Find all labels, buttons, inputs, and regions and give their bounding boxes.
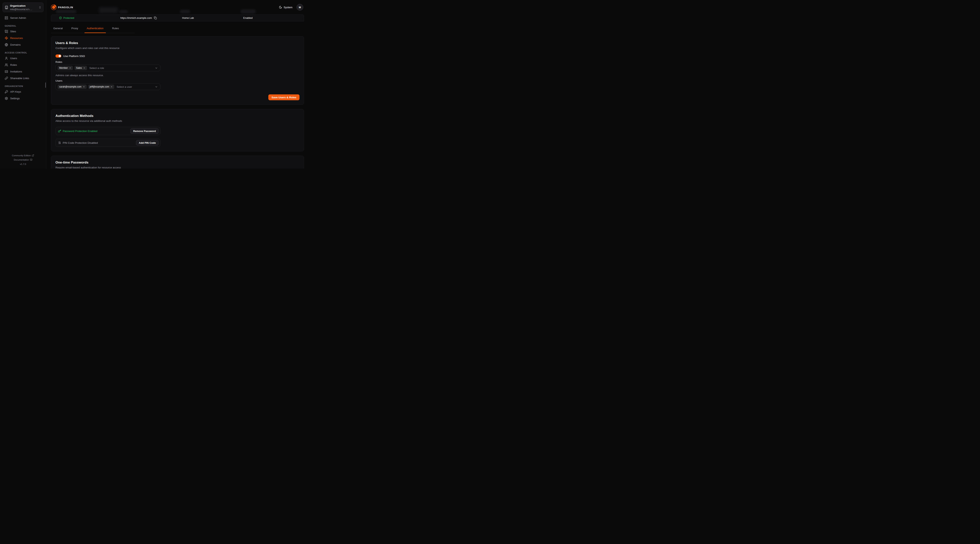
avatar-initial: M: [299, 6, 301, 9]
redacted-label: [119, 10, 128, 13]
resource-status: Protected: [59, 15, 74, 21]
sidebar-item-invitations[interactable]: Invitations: [5, 69, 41, 74]
theme-toggle[interactable]: System: [279, 6, 293, 9]
moon-icon: [279, 6, 282, 9]
tab-general[interactable]: General: [51, 27, 65, 33]
sidebar-item-api-keys[interactable]: API Keys: [5, 89, 41, 94]
remove-password-button[interactable]: Remove Password: [130, 128, 159, 134]
sidebar-item-resources[interactable]: Resources: [5, 36, 41, 40]
sso-toggle-knob: [59, 55, 61, 57]
auth-methods-card: Authentication Methods Allow access to t…: [51, 109, 304, 151]
avatar[interactable]: M: [296, 4, 303, 11]
sidebar-item-label: Settings: [10, 97, 20, 100]
resource-status-label: Protected: [63, 16, 74, 19]
users-icon: [5, 63, 8, 67]
admins-note: Admins can always access this resource.: [56, 74, 299, 77]
sidebar-scrollbar-thumb[interactable]: [45, 82, 46, 88]
version-label: v1.7.0: [0, 162, 46, 166]
tab-rules[interactable]: Rules: [110, 27, 121, 33]
key-icon: [58, 129, 61, 133]
resource-enabled-label: Enabled: [243, 16, 253, 19]
redacted-resource-title: [99, 7, 118, 13]
remove-chip-icon[interactable]: [83, 86, 85, 88]
chevrons-up-down-icon: [38, 6, 41, 9]
otp-card: One-time Passwords Require email-based a…: [51, 156, 304, 169]
remove-chip-icon[interactable]: [83, 67, 86, 69]
globe-icon: [5, 43, 8, 46]
sso-toggle-label: Use Platform SSO: [63, 55, 85, 57]
chevron-down-icon: [155, 86, 158, 88]
resource-header-strip: Protected https://immich.example.com Hom…: [51, 14, 304, 21]
role-chip-label: Member: [59, 67, 68, 69]
sidebar-nav: Server AdminGENERALSitesResourcesDomains…: [0, 16, 46, 100]
ticket-check-icon: [5, 70, 8, 73]
copy-icon[interactable]: [154, 16, 157, 19]
tab-authentication[interactable]: Authentication: [84, 27, 106, 33]
user-chip: sarah@example.com: [57, 85, 87, 89]
community-edition-label: Community Edition: [12, 153, 31, 158]
sidebar-item-label: Resources: [10, 36, 23, 40]
resource-url-text: https://immich.example.com: [120, 16, 152, 19]
otp-title: One-time Passwords: [56, 160, 299, 165]
sidebar-item-label: Domains: [10, 43, 21, 46]
theme-label: System: [283, 6, 293, 9]
resource-site-label: Home Lab: [182, 16, 194, 19]
password-protection-row: Password Protection Enabled Remove Passw…: [56, 127, 160, 135]
users-field-label: Users: [56, 79, 299, 82]
sidebar-item-label: Server Admin: [10, 16, 26, 19]
link-icon: [5, 76, 8, 80]
documentation-link[interactable]: Documentation: [14, 158, 32, 162]
user-chip-label: jeff@example.com: [90, 86, 109, 88]
users-combobox[interactable]: sarah@example.comjeff@example.comSelect …: [56, 83, 160, 90]
sidebar-item-server-admin[interactable]: Server Admin: [5, 16, 41, 20]
sidebar-item-roles[interactable]: Roles: [5, 63, 41, 67]
pin-code-status: PIN Code Protection Disabled: [58, 141, 98, 144]
redacted-label: [241, 10, 256, 14]
save-users-roles-button[interactable]: Save Users & Roles: [268, 94, 299, 100]
resource-enabled: Enabled: [243, 15, 253, 21]
pangolin-logo: [51, 4, 57, 10]
remove-chip-icon[interactable]: [110, 86, 113, 88]
add-pin-code-button[interactable]: Add PIN Code: [136, 140, 159, 146]
external-link-icon: [32, 154, 34, 157]
roles-combobox[interactable]: MemberSalesSelect a role: [56, 65, 160, 71]
users-placeholder: Select a user: [117, 86, 132, 88]
pin-code-row: PIN Code Protection Disabled Add PIN Cod…: [56, 139, 160, 147]
sidebar-item-label: Roles: [10, 63, 17, 67]
sidebar-item-domains[interactable]: Domains: [5, 43, 41, 47]
sidebar-footer: Community Edition Documentation v1.7.0: [0, 153, 46, 166]
redacted-label: [56, 10, 76, 13]
building-icon: [5, 6, 8, 9]
documentation-label: Documentation: [14, 158, 29, 162]
auth-methods-title: Authentication Methods: [56, 114, 299, 118]
sso-toggle[interactable]: [56, 54, 61, 57]
main-area: PANGOLIN System M Protected https://immi…: [46, 0, 307, 169]
roles-placeholder: Select a role: [89, 67, 104, 70]
otp-subtitle: Require email-based authentication for r…: [56, 166, 299, 169]
user-chip: jeff@example.com: [88, 85, 114, 89]
binary-icon: [58, 141, 61, 144]
users-roles-title: Users & Roles: [56, 41, 299, 46]
sidebar-item-users[interactable]: Users: [5, 56, 41, 60]
community-edition-link[interactable]: Community Edition: [12, 153, 34, 158]
server-icon: [5, 16, 8, 20]
remove-chip-icon[interactable]: [69, 67, 72, 69]
org-selector[interactable]: Organization milo@fossorial.io's ...: [3, 3, 43, 12]
resource-site: Home Lab: [182, 15, 194, 21]
topbar-right: System M: [279, 4, 303, 11]
roles-field-label: Roles: [56, 60, 299, 64]
sidebar-item-sites[interactable]: Sites: [5, 29, 41, 33]
waypoints-icon: [5, 36, 8, 40]
role-chip: Member: [57, 66, 73, 70]
role-chip: Sales: [75, 66, 87, 70]
tab-proxy[interactable]: Proxy: [69, 27, 81, 33]
sidebar-item-shareable-links[interactable]: Shareable Links: [5, 76, 41, 80]
sidebar-item-settings[interactable]: Settings: [5, 96, 41, 100]
users-roles-subtitle: Configure which users and roles can visi…: [56, 46, 299, 50]
sidebar-item-label: Users: [10, 57, 17, 60]
auth-methods-subtitle: Allow access to the resource via additio…: [56, 119, 299, 123]
org-selector-title: Organization: [10, 4, 25, 7]
sidebar-section-title: ORGANIZATION: [5, 85, 41, 87]
resource-url: https://immich.example.com: [120, 15, 157, 21]
book-open-icon: [30, 159, 32, 161]
